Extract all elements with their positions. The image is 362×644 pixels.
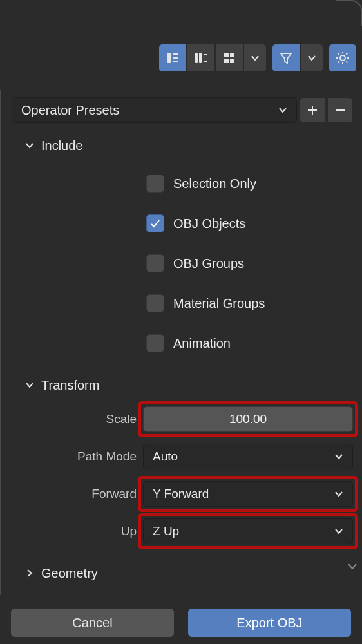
chevron-down-icon [24,380,35,390]
check-icon [149,218,161,229]
display-mode-grid-button[interactable] [215,44,243,72]
forward-value: Y Forward [153,487,209,501]
svg-rect-10 [224,59,229,63]
display-mode-group [158,44,267,72]
display-mode-dropdown-button[interactable] [243,44,267,72]
preset-add-button[interactable] [300,97,325,123]
settings-button[interactable] [329,44,357,72]
checkbox-selection-only[interactable] [146,175,164,193]
section-header-geometry[interactable]: Geometry [8,558,353,589]
svg-rect-5 [199,53,202,63]
scale-value: 100.00 [229,412,267,426]
svg-rect-9 [230,53,234,57]
display-mode-thumbnails-large-button[interactable] [187,44,215,72]
minus-icon [334,104,346,116]
checkbox-obj-groups[interactable] [146,254,164,272]
label-obj-objects: OBJ Objects [173,216,245,231]
checkbox-material-groups[interactable] [146,294,164,312]
funnel-icon [279,51,293,65]
filter-button[interactable] [272,44,300,72]
plus-icon [307,104,318,116]
label-animation: Animation [173,336,231,351]
forward-label: Forward [8,487,137,501]
section-header-transform[interactable]: Transform [8,370,353,401]
pathmode-dropdown[interactable]: Auto [143,444,353,469]
chevron-down-icon [278,106,287,115]
up-dropdown[interactable]: Z Up [143,518,353,544]
checkbox-animation[interactable] [146,334,164,352]
scale-label: Scale [8,412,137,426]
svg-rect-8 [224,53,229,57]
section-title-transform: Transform [41,378,99,393]
forward-dropdown[interactable]: Y Forward [143,481,353,507]
include-options: Selection Only OBJ Objects OBJ Groups Ma… [8,161,353,370]
cancel-button[interactable]: Cancel [10,608,175,638]
svg-point-13 [340,55,345,61]
up-label: Up [8,524,137,538]
label-selection-only: Selection Only [173,176,256,191]
label-material-groups: Material Groups [173,296,265,311]
svg-marker-12 [281,53,291,63]
pathmode-value: Auto [153,450,178,464]
transform-options: Scale 100.00 Path Mode Auto [8,401,353,554]
grid-icon [222,51,236,65]
chevron-down-icon [334,489,343,498]
section-header-include[interactable]: Include [8,130,353,161]
scroll-indicator [347,560,358,575]
chevron-down-icon [347,560,358,572]
preset-remove-button[interactable] [327,97,353,123]
chevron-down-icon [24,140,35,151]
scale-field[interactable]: 100.00 [143,406,353,432]
cancel-button-label: Cancel [72,616,112,630]
chevron-down-icon [251,53,260,62]
pathmode-label: Path Mode [8,450,137,464]
section-title-geometry: Geometry [41,566,98,581]
filter-dropdown-button[interactable] [300,44,323,72]
thumbnails-large-icon [194,51,208,65]
up-value: Z Up [153,524,179,538]
display-mode-thumbnails-small-button[interactable] [158,44,187,72]
toolbar [0,39,362,77]
chevron-down-icon [334,452,343,461]
thumbnails-small-icon [166,51,180,65]
footer: Cancel Export OBJ [0,608,362,638]
chevron-down-icon [334,527,343,536]
chevron-right-icon [24,568,35,578]
gear-icon [335,50,350,66]
options-panel: Operator Presets Include Selection Only [0,90,359,595]
window-corner [336,0,362,26]
operator-presets-dropdown[interactable]: Operator Presets [12,97,297,123]
label-obj-groups: OBJ Groups [173,256,244,271]
export-button[interactable]: Export OBJ [187,608,352,638]
filter-group [272,44,323,72]
svg-rect-11 [230,59,234,63]
section-title-include: Include [41,138,83,153]
svg-rect-0 [167,53,171,63]
operator-presets-label: Operator Presets [21,103,119,118]
checkbox-obj-objects[interactable] [146,214,164,232]
export-button-label: Export OBJ [236,616,302,630]
chevron-down-icon [307,53,316,62]
svg-rect-4 [195,53,198,63]
